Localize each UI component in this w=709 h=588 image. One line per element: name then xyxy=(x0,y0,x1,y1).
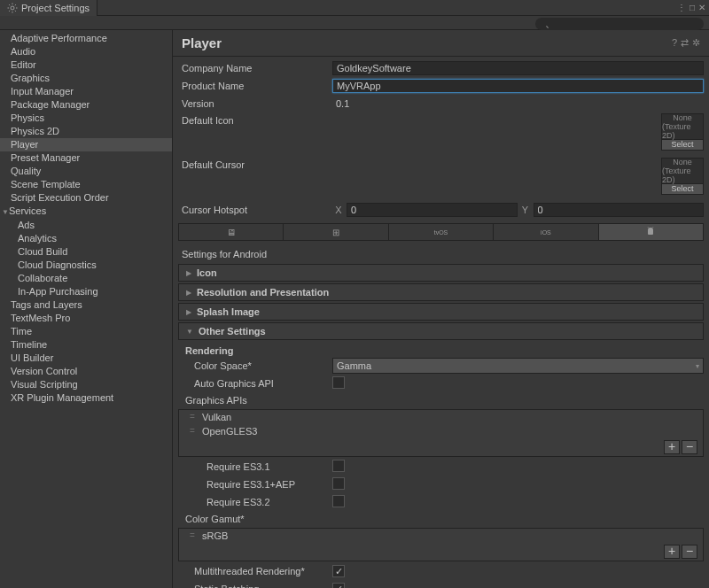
svg-line-8 xyxy=(15,4,16,5)
section-splash[interactable]: ▶ Splash Image xyxy=(178,303,704,321)
sidebar-item-xr-plugin-management[interactable]: XR Plugin Management xyxy=(0,391,172,405)
expand-arrow-icon: ▼ xyxy=(2,206,9,218)
maximize-icon[interactable]: □ xyxy=(690,3,695,12)
sidebar-item-package-manager[interactable]: Package Manager xyxy=(0,98,172,112)
chevron-down-icon: ▾ xyxy=(696,362,699,370)
settings-for-label: Settings for Android xyxy=(182,249,267,259)
android-icon xyxy=(645,227,656,237)
ios-icon: iOS xyxy=(541,229,551,236)
sidebar-item-label: Quality xyxy=(11,166,41,176)
add-gamut-button[interactable]: + xyxy=(664,545,680,559)
sidebar-item-preset-manager[interactable]: Preset Manager xyxy=(0,151,172,165)
sidebar-item-physics-2d[interactable]: Physics 2D xyxy=(0,125,172,138)
color-gamut-label: Color Gamut* xyxy=(178,512,704,526)
settings-sidebar: Adaptive PerformanceAudioEditorGraphicsI… xyxy=(0,30,173,588)
sidebar-item-physics[interactable]: Physics xyxy=(0,112,172,125)
window-tab[interactable]: Project Settings xyxy=(0,0,97,16)
tvos-icon: tvOS xyxy=(434,229,448,236)
sidebar-item-input-manager[interactable]: Input Manager xyxy=(0,85,172,98)
sidebar-item-label: Cloud Build xyxy=(18,246,67,257)
color-space-dropdown[interactable]: Gamma▾ xyxy=(332,358,704,374)
default-cursor-select[interactable]: Select xyxy=(661,184,704,195)
hotspot-y-input[interactable] xyxy=(534,203,705,217)
auto-graphics-checkbox[interactable] xyxy=(332,376,345,389)
sidebar-item-tags-and-layers[interactable]: Tags and Layers xyxy=(0,298,172,312)
sidebar-item-label: Time xyxy=(11,326,32,337)
graphics-apis-label: Graphics APIs xyxy=(178,393,704,407)
fold-arrow-icon: ▶ xyxy=(186,308,191,316)
sidebar-item-label: Cloud Diagnostics xyxy=(18,259,97,270)
default-cursor-slot[interactable]: None(Texture 2D) xyxy=(661,158,704,184)
sidebar-item-cloud-diagnostics[interactable]: Cloud Diagnostics xyxy=(0,259,172,272)
sidebar-item-label: XR Plugin Management xyxy=(11,392,113,403)
sidebar-item-services[interactable]: ▼Services xyxy=(0,205,172,219)
auto-graphics-label: Auto Graphics API xyxy=(178,378,332,389)
platform-tab-android[interactable] xyxy=(599,224,703,240)
options-icon[interactable]: ⋮ xyxy=(677,3,686,12)
platform-tab-standalone[interactable]: 🖥 xyxy=(179,224,284,240)
preset-icon[interactable]: ⇄ xyxy=(681,37,689,49)
sidebar-item-adaptive-performance[interactable]: Adaptive Performance xyxy=(0,32,172,45)
sidebar-item-ui-builder[interactable]: UI Builder xyxy=(0,352,172,365)
platform-tab-ios[interactable]: iOS xyxy=(494,224,598,240)
color-gamut-item[interactable]: sRGB xyxy=(179,529,703,543)
sidebar-item-player[interactable]: Player xyxy=(0,138,172,151)
static-batch-checkbox[interactable]: ✓ xyxy=(332,583,345,588)
sidebar-item-cloud-build[interactable]: Cloud Build xyxy=(0,245,172,259)
rendering-heading: Rendering xyxy=(178,344,704,358)
sidebar-item-label: Editor xyxy=(11,59,36,70)
sidebar-item-collaborate[interactable]: Collaborate xyxy=(0,272,172,285)
multithreaded-label: Multithreaded Rendering* xyxy=(178,566,332,576)
svg-line-12 xyxy=(652,228,653,228)
graphics-api-item[interactable]: OpenGLES3 xyxy=(179,424,703,438)
sidebar-item-time[interactable]: Time xyxy=(0,325,172,338)
sidebar-item-graphics[interactable]: Graphics xyxy=(0,72,172,85)
graphics-api-item[interactable]: Vulkan xyxy=(179,410,703,424)
monitor-icon: 🖥 xyxy=(227,228,236,237)
sidebar-item-in-app-purchasing[interactable]: In-App Purchasing xyxy=(0,285,172,298)
svg-point-10 xyxy=(648,228,653,233)
sidebar-item-textmesh-pro[interactable]: TextMesh Pro xyxy=(0,312,172,325)
sidebar-item-label: Scene Template xyxy=(11,179,81,190)
sidebar-item-visual-scripting[interactable]: Visual Scripting xyxy=(0,378,172,391)
titlebar: Project Settings ⋮ □ ✕ xyxy=(0,0,709,16)
sidebar-item-ads[interactable]: Ads xyxy=(0,219,172,232)
remove-gamut-button[interactable]: − xyxy=(682,545,697,559)
sidebar-item-timeline[interactable]: Timeline xyxy=(0,338,172,352)
hotspot-x-input[interactable] xyxy=(347,203,518,217)
platform-tab-windows[interactable]: ⊞ xyxy=(284,224,388,240)
sidebar-item-analytics[interactable]: Analytics xyxy=(0,232,172,245)
platform-tab-tvos[interactable]: tvOS xyxy=(389,224,494,240)
static-batch-label: Static Batching xyxy=(178,584,332,588)
sidebar-item-scene-template[interactable]: Scene Template xyxy=(0,178,172,191)
require-es31aep-checkbox[interactable] xyxy=(332,477,345,490)
section-icon[interactable]: ▶ Icon xyxy=(178,264,704,282)
company-name-input[interactable] xyxy=(332,61,704,75)
require-es31-label: Require ES3.1 xyxy=(178,461,332,472)
add-api-button[interactable]: + xyxy=(664,440,680,454)
section-resolution[interactable]: ▶ Resolution and Presentation xyxy=(178,283,704,301)
sidebar-item-label: Collaborate xyxy=(18,273,67,283)
color-space-label: Color Space* xyxy=(178,360,332,371)
remove-api-button[interactable]: − xyxy=(682,440,697,454)
product-name-input[interactable] xyxy=(332,79,704,93)
sidebar-item-script-execution-order[interactable]: Script Execution Order xyxy=(0,191,172,205)
help-icon[interactable]: ? xyxy=(672,37,677,49)
require-es32-checkbox[interactable] xyxy=(332,495,345,507)
sidebar-item-label: Ads xyxy=(18,220,35,230)
settings-icon[interactable]: ✲ xyxy=(692,37,700,49)
multithreaded-checkbox[interactable]: ✓ xyxy=(332,565,345,577)
require-es31-checkbox[interactable] xyxy=(332,460,345,472)
fold-arrow-icon: ▶ xyxy=(186,289,191,297)
sidebar-item-audio[interactable]: Audio xyxy=(0,45,172,58)
svg-line-5 xyxy=(9,4,10,5)
default-icon-slot[interactable]: None(Texture 2D) xyxy=(661,113,704,140)
close-icon[interactable]: ✕ xyxy=(698,3,705,12)
sidebar-item-editor[interactable]: Editor xyxy=(0,58,172,72)
section-other[interactable]: ▼ Other Settings xyxy=(178,322,704,340)
sidebar-item-version-control[interactable]: Version Control xyxy=(0,365,172,378)
default-icon-select[interactable]: Select xyxy=(661,140,704,151)
search-input[interactable] xyxy=(535,18,704,30)
sidebar-item-quality[interactable]: Quality xyxy=(0,165,172,178)
svg-line-7 xyxy=(9,10,10,11)
